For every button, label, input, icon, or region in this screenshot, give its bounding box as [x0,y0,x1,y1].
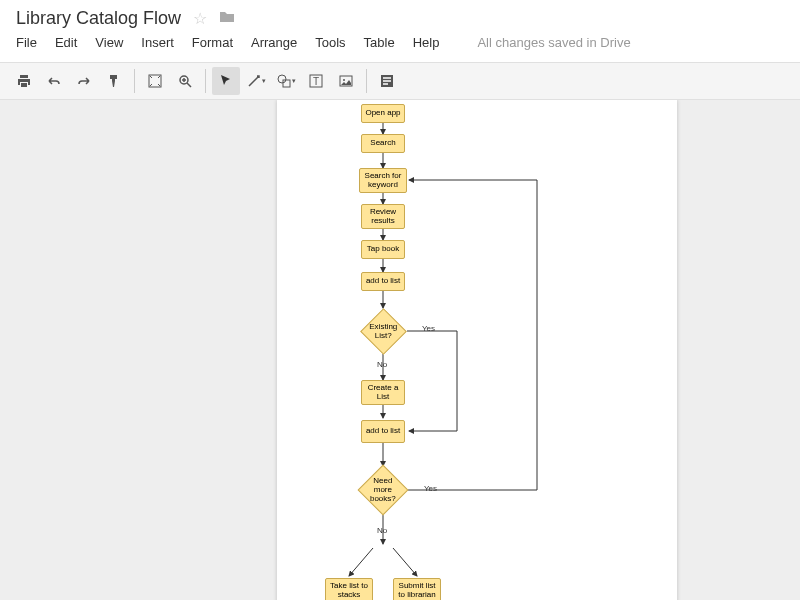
label-no2: No [377,526,387,535]
label-yes2: Yes [424,484,437,493]
print-icon[interactable] [10,67,38,95]
shape-tool-icon[interactable]: ▾ [272,67,300,95]
document-title[interactable]: Library Catalog Flow [16,8,181,29]
node-existing[interactable]: Existing List? [360,308,407,355]
toolbar: ▾ ▾ T [0,62,800,100]
node-submit[interactable]: Submit list to librarian [393,578,441,600]
menu-file[interactable]: File [16,35,37,50]
flowchart-arrows [277,100,677,600]
node-create[interactable]: Create a List [361,380,405,405]
label-yes1: Yes [422,324,435,333]
node-need[interactable]: Need more books? [358,465,409,516]
select-tool-icon[interactable] [212,67,240,95]
node-search[interactable]: Search [361,134,405,153]
image-tool-icon[interactable] [332,67,360,95]
menu-format[interactable]: Format [192,35,233,50]
menu-insert[interactable]: Insert [141,35,174,50]
node-add1[interactable]: add to list [361,272,405,291]
separator [366,69,367,93]
menu-tools[interactable]: Tools [315,35,345,50]
node-search-keyword[interactable]: Search for keyword [359,168,407,193]
menubar: File Edit View Insert Format Arrange Too… [16,29,784,58]
redo-icon[interactable] [70,67,98,95]
menu-edit[interactable]: Edit [55,35,77,50]
svg-point-7 [343,79,345,81]
node-add2[interactable]: add to list [361,420,405,443]
svg-text:T: T [313,76,319,87]
text-tool-icon[interactable]: T [302,67,330,95]
separator [134,69,135,93]
menu-help[interactable]: Help [413,35,440,50]
menu-view[interactable]: View [95,35,123,50]
node-review[interactable]: Review results [361,204,405,229]
node-existing-label: Existing List? [369,323,398,341]
node-open-app[interactable]: Open app [361,104,405,123]
line-tool-icon[interactable]: ▾ [242,67,270,95]
node-tap[interactable]: Tap book [361,240,405,259]
page[interactable]: Open app Search Search for keyword Revie… [277,100,677,600]
node-take[interactable]: Take list to stacks [325,578,373,600]
save-status: All changes saved in Drive [477,35,630,50]
svg-rect-3 [283,80,290,87]
fit-icon[interactable] [141,67,169,95]
menu-table[interactable]: Table [364,35,395,50]
undo-icon[interactable] [40,67,68,95]
paint-format-icon[interactable] [100,67,128,95]
header: Library Catalog Flow ☆ File Edit View In… [0,0,800,62]
label-no1: No [377,360,387,369]
zoom-icon[interactable] [171,67,199,95]
node-need-label: Need more books? [367,477,399,503]
folder-icon[interactable] [219,10,235,28]
star-icon[interactable]: ☆ [193,9,207,28]
canvas[interactable]: Open app Search Search for keyword Revie… [0,100,800,600]
separator [205,69,206,93]
align-icon[interactable] [373,67,401,95]
svg-point-2 [278,75,286,83]
menu-arrange[interactable]: Arrange [251,35,297,50]
